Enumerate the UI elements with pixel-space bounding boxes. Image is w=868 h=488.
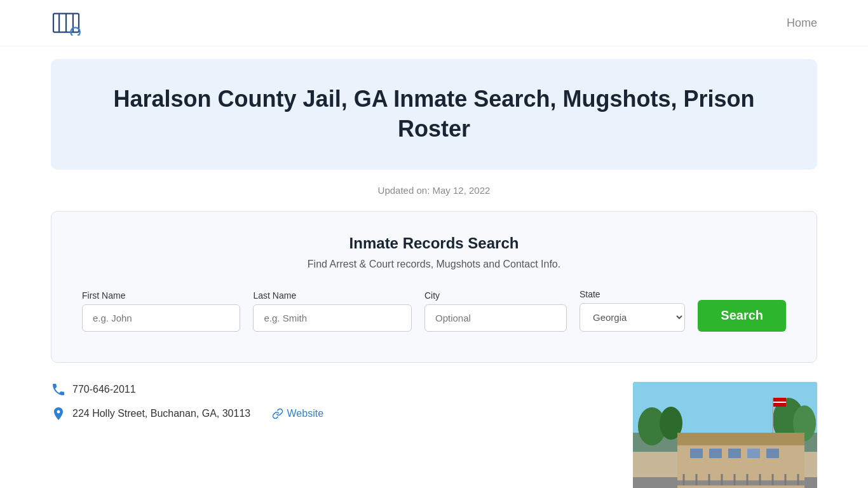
search-title: Inmate Records Search: [82, 234, 786, 252]
location-icon: [51, 406, 66, 421]
svg-rect-17: [690, 449, 703, 458]
contact-info: 770-646-2011 224 Holly Street, Buchanan,…: [51, 382, 607, 430]
jail-image-placeholder: [633, 382, 817, 488]
updated-date: Updated on: May 12, 2022: [0, 185, 868, 196]
svg-rect-14: [773, 402, 786, 403]
jail-building-svg: [633, 382, 817, 488]
first-name-input[interactable]: [82, 304, 240, 332]
hero-banner: Haralson County Jail, GA Inmate Search, …: [51, 59, 817, 170]
address-row: 224 Holly Street, Buchanan, GA, 30113 We…: [51, 406, 607, 421]
link-icon: [272, 408, 283, 419]
svg-rect-19: [728, 449, 741, 458]
nav: Home: [787, 17, 817, 30]
logo-icon: [51, 10, 81, 36]
state-select[interactable]: AlabamaAlaskaArizonaArkansasCaliforniaCo…: [580, 303, 685, 332]
svg-rect-21: [766, 449, 779, 458]
city-label: City: [424, 290, 567, 301]
search-fields: First Name Last Name City State AlabamaA…: [82, 289, 786, 332]
svg-rect-20: [747, 449, 760, 458]
svg-rect-16: [677, 433, 804, 445]
last-name-label: Last Name: [253, 290, 411, 301]
last-name-input[interactable]: [253, 304, 411, 332]
header: Home: [0, 0, 868, 46]
city-input[interactable]: [424, 304, 567, 332]
first-name-label: First Name: [82, 290, 240, 301]
home-link[interactable]: Home: [787, 17, 817, 29]
svg-rect-13: [773, 398, 786, 401]
state-field-group: State AlabamaAlaskaArizonaArkansasCalifo…: [580, 289, 685, 332]
jail-image: [633, 382, 817, 488]
page-title: Haralson County Jail, GA Inmate Search, …: [89, 85, 779, 144]
website-label: Website: [287, 408, 324, 419]
city-field-group: City: [424, 290, 567, 332]
search-button[interactable]: Search: [698, 300, 786, 332]
search-subtitle: Find Arrest & Court records, Mugshots an…: [82, 259, 786, 270]
phone-icon: [51, 382, 66, 397]
info-section: 770-646-2011 224 Holly Street, Buchanan,…: [51, 382, 817, 488]
phone-number: 770-646-2011: [72, 384, 136, 395]
address-text: 224 Holly Street, Buchanan, GA, 30113: [72, 408, 250, 419]
first-name-field-group: First Name: [82, 290, 240, 332]
website-link[interactable]: Website: [272, 408, 324, 419]
svg-rect-18: [709, 449, 722, 458]
phone-row: 770-646-2011: [51, 382, 607, 397]
state-label: State: [580, 289, 685, 299]
search-container: Inmate Records Search Find Arrest & Cour…: [51, 211, 817, 363]
logo[interactable]: [51, 10, 81, 36]
last-name-field-group: Last Name: [253, 290, 411, 332]
